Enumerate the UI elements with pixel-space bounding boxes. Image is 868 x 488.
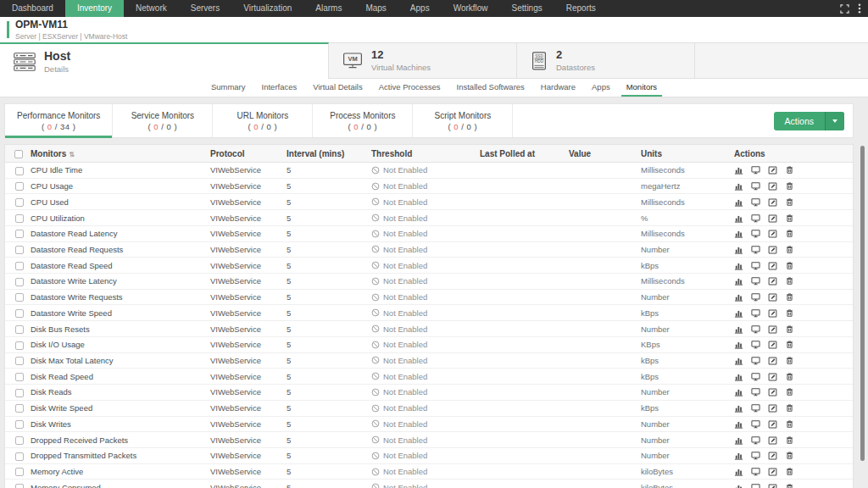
table-row[interactable]: Disk Write Speed VIWebService 5 Not Enab… bbox=[5, 401, 853, 417]
chart-icon[interactable] bbox=[734, 292, 743, 302]
delete-icon[interactable] bbox=[785, 165, 794, 175]
monitor-name[interactable]: Dropped Transmitted Packets bbox=[27, 451, 207, 460]
row-checkbox[interactable] bbox=[15, 325, 24, 334]
tab-active-processes[interactable]: Active Processes bbox=[377, 79, 442, 97]
chart-icon[interactable] bbox=[734, 181, 743, 191]
monitor-screen-icon[interactable] bbox=[751, 340, 760, 349]
monitor-name[interactable]: Disk Reads bbox=[27, 387, 207, 396]
monitor-screen-icon[interactable] bbox=[751, 245, 760, 254]
chart-icon[interactable] bbox=[734, 165, 743, 175]
row-checkbox[interactable] bbox=[15, 341, 24, 350]
monitor-screen-icon[interactable] bbox=[751, 419, 760, 429]
row-checkbox[interactable] bbox=[15, 246, 24, 254]
delete-icon[interactable] bbox=[785, 181, 794, 191]
nav-item-inventory[interactable]: Inventory bbox=[65, 0, 124, 17]
column-header-monitors[interactable]: Monitors⇅ bbox=[27, 149, 207, 158]
table-row[interactable]: CPU Idle Time VIWebService 5 Not Enabled… bbox=[5, 163, 853, 179]
edit-icon[interactable] bbox=[768, 165, 777, 175]
monitor-name[interactable]: Datastore Write Speed bbox=[27, 308, 207, 318]
row-checkbox[interactable] bbox=[15, 182, 24, 191]
monitor-name[interactable]: Datastore Write Latency bbox=[27, 276, 207, 286]
nav-item-dashboard[interactable]: Dashboard bbox=[0, 0, 65, 17]
row-checkbox[interactable] bbox=[15, 214, 24, 223]
delete-icon[interactable] bbox=[785, 483, 794, 488]
edit-icon[interactable] bbox=[768, 292, 777, 302]
nav-item-workflow[interactable]: Workflow bbox=[442, 0, 500, 17]
delete-icon[interactable] bbox=[785, 245, 794, 254]
tab-interfaces[interactable]: Interfaces bbox=[260, 79, 299, 97]
card-virtual-machines[interactable]: 12 Virtual Machines bbox=[329, 42, 517, 79]
delete-icon[interactable] bbox=[785, 387, 794, 396]
edit-icon[interactable] bbox=[768, 372, 777, 381]
tab-monitors[interactable]: Monitors bbox=[625, 79, 659, 97]
column-header-actions[interactable]: Actions bbox=[731, 149, 853, 158]
chart-icon[interactable] bbox=[734, 467, 743, 476]
table-row[interactable]: Disk Reads VIWebService 5 Not Enabled Nu… bbox=[5, 385, 853, 401]
monitor-screen-icon[interactable] bbox=[751, 197, 760, 207]
delete-icon[interactable] bbox=[785, 356, 794, 365]
row-checkbox[interactable] bbox=[15, 484, 24, 488]
row-checkbox[interactable] bbox=[15, 373, 24, 381]
table-row[interactable]: Datastore Write Speed VIWebService 5 Not… bbox=[5, 305, 853, 321]
row-checkbox[interactable] bbox=[15, 357, 24, 365]
column-header-threshold[interactable]: Threshold bbox=[368, 149, 476, 158]
table-row[interactable]: CPU Used VIWebService 5 Not Enabled Mill… bbox=[5, 194, 853, 210]
tab-hardware[interactable]: Hardware bbox=[539, 79, 577, 97]
monitor-name[interactable]: Disk Max Total Latency bbox=[27, 356, 207, 365]
table-row[interactable]: Datastore Write Latency VIWebService 5 N… bbox=[5, 274, 853, 290]
monitor-screen-icon[interactable] bbox=[751, 181, 760, 191]
row-checkbox[interactable] bbox=[15, 262, 24, 270]
row-checkbox[interactable] bbox=[15, 293, 24, 302]
edit-icon[interactable] bbox=[768, 261, 777, 270]
delete-icon[interactable] bbox=[785, 467, 794, 476]
delete-icon[interactable] bbox=[785, 419, 794, 429]
monitor-name[interactable]: Datastore Read Latency bbox=[27, 229, 207, 238]
monitor-name[interactable]: Disk I/O Usage bbox=[27, 340, 207, 349]
nav-item-network[interactable]: Network bbox=[124, 0, 179, 17]
column-header-protocol[interactable]: Protocol bbox=[207, 149, 283, 158]
table-row[interactable]: Datastore Write Requests VIWebService 5 … bbox=[5, 290, 853, 306]
monitor-screen-icon[interactable] bbox=[751, 292, 760, 302]
chart-icon[interactable] bbox=[734, 324, 743, 334]
monitor-screen-icon[interactable] bbox=[751, 229, 760, 238]
monitor-screen-icon[interactable] bbox=[751, 451, 760, 460]
table-row[interactable]: Disk Read Speed VIWebService 5 Not Enabl… bbox=[5, 369, 853, 385]
subtab-process-monitors[interactable]: Process Monitors( 0 / 0 ) bbox=[313, 104, 413, 137]
chart-icon[interactable] bbox=[734, 356, 743, 365]
chart-icon[interactable] bbox=[734, 261, 743, 270]
edit-icon[interactable] bbox=[768, 245, 777, 254]
delete-icon[interactable] bbox=[785, 261, 794, 270]
edit-icon[interactable] bbox=[768, 403, 777, 413]
row-checkbox[interactable] bbox=[15, 420, 24, 429]
chart-icon[interactable] bbox=[734, 483, 743, 488]
row-checkbox[interactable] bbox=[15, 309, 24, 318]
nav-item-settings[interactable]: Settings bbox=[500, 0, 554, 17]
monitor-name[interactable]: CPU Usage bbox=[27, 181, 207, 191]
chart-icon[interactable] bbox=[734, 276, 743, 286]
table-row[interactable]: Disk Bus Resets VIWebService 5 Not Enabl… bbox=[5, 321, 853, 337]
monitor-name[interactable]: Datastore Read Speed bbox=[27, 261, 207, 270]
edit-icon[interactable] bbox=[768, 324, 777, 334]
monitor-screen-icon[interactable] bbox=[751, 372, 760, 381]
chart-icon[interactable] bbox=[734, 308, 743, 318]
edit-icon[interactable] bbox=[768, 340, 777, 349]
monitor-name[interactable]: Disk Bus Resets bbox=[27, 324, 207, 334]
tab-virtual-details[interactable]: Virtual Details bbox=[311, 79, 364, 97]
subtab-url-monitors[interactable]: URL Monitors( 0 / 0 ) bbox=[213, 104, 313, 137]
edit-icon[interactable] bbox=[768, 181, 777, 191]
edit-icon[interactable] bbox=[768, 387, 777, 396]
row-checkbox[interactable] bbox=[15, 198, 24, 207]
chart-icon[interactable] bbox=[734, 372, 743, 381]
edit-icon[interactable] bbox=[768, 229, 777, 238]
delete-icon[interactable] bbox=[785, 308, 794, 318]
row-checkbox[interactable] bbox=[15, 230, 24, 238]
table-row[interactable]: Memory Active VIWebService 5 Not Enabled… bbox=[5, 464, 853, 480]
monitor-name[interactable]: CPU Idle Time bbox=[27, 165, 207, 175]
monitor-screen-icon[interactable] bbox=[751, 214, 760, 223]
monitor-name[interactable]: Dropped Received Packets bbox=[27, 435, 207, 445]
chart-icon[interactable] bbox=[734, 451, 743, 460]
monitor-screen-icon[interactable] bbox=[751, 308, 760, 318]
monitor-name[interactable]: Memory Active bbox=[27, 467, 207, 476]
card-host-details[interactable]: Host Details bbox=[0, 42, 329, 79]
monitor-screen-icon[interactable] bbox=[751, 165, 760, 175]
